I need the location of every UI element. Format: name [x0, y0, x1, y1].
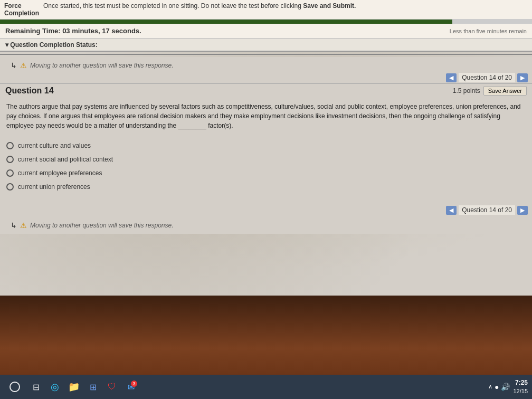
answer-option-3: current employee preferences: [6, 169, 526, 177]
tray-clock: 7:25 12/15: [513, 379, 528, 395]
tray-caret-icon: ∧: [488, 383, 492, 390]
question-nav-text: Question 14 of 20: [459, 73, 515, 82]
force-label: Force Completion: [4, 2, 39, 17]
points-label: 1.5 points: [453, 87, 480, 94]
answer-option-4: current union preferences: [6, 183, 526, 191]
quiz-container: Force Completion Once started, this test…: [0, 0, 532, 296]
file-explorer-btn[interactable]: 📁: [65, 378, 82, 395]
points-area: 1.5 points Save Answer: [453, 86, 527, 96]
section-divider: [0, 54, 532, 55]
radio-option-3[interactable]: [6, 169, 14, 177]
option-text-2: current social and political context: [18, 156, 113, 163]
five-min-warning: Less than five minutes remain: [450, 28, 527, 34]
start-button[interactable]: [4, 376, 25, 397]
next-question-btn[interactable]: ▶: [517, 73, 528, 82]
bottom-warning-text: Moving to another question will save thi…: [30, 222, 173, 229]
antivirus-btn[interactable]: 🛡: [103, 378, 120, 395]
tray-date-display: 12/15: [513, 387, 528, 395]
warning-text: Moving to another question will save thi…: [30, 62, 173, 69]
completion-status-label: ▾ Question Completion Status:: [5, 41, 98, 49]
taskbar: ⊟ ◎ 📁 ⊞ 🛡 ✉ 3 ∧ ● 🔊 7:25 12/15: [0, 375, 532, 399]
radio-option-2[interactable]: [6, 156, 14, 163]
bottom-prev-btn[interactable]: ◀: [446, 206, 457, 215]
force-text: Once started, this test must be complete…: [43, 2, 356, 10]
option-text-3: current employee preferences: [18, 169, 102, 177]
task-view-btn[interactable]: ⊟: [27, 378, 44, 395]
answer-option-2: current social and political context: [6, 156, 526, 163]
system-tray: ∧ ● 🔊 7:25 12/15: [488, 379, 528, 395]
mail-badge: 3: [131, 381, 137, 387]
option-text-4: current union preferences: [18, 183, 90, 191]
bottom-question-nav: ◀ Question 14 of 20 ▶: [446, 205, 528, 215]
prev-question-btn[interactable]: ◀: [446, 73, 457, 82]
question-body: The authors argue that pay systems are i…: [0, 98, 532, 142]
apps-btn[interactable]: ⊞: [84, 378, 101, 395]
tray-speaker-icon: 🔊: [501, 383, 510, 391]
timer-bar: Remaining Time: 03 minutes, 17 seconds. …: [0, 24, 532, 39]
answer-option-1: current culture and values: [6, 142, 526, 149]
tray-time-display: 7:25: [513, 379, 528, 387]
bottom-arrow-icon: ↳: [11, 221, 17, 230]
remaining-time: Remaining Time: 03 minutes, 17 seconds.: [5, 27, 141, 35]
tray-network-icon: ●: [495, 383, 499, 391]
mail-btn[interactable]: ✉ 3: [122, 378, 139, 395]
bottom-warning-icon: ⚠: [20, 221, 27, 230]
radio-option-1[interactable]: [6, 142, 14, 149]
question-header: Question 14 1.5 points Save Answer: [0, 83, 532, 98]
question-text: The authors argue that pay systems are i…: [6, 102, 526, 130]
tray-icons: ∧ ● 🔊: [488, 383, 510, 391]
question-nav-top: ◀ Question 14 of 20 ▶: [0, 72, 532, 83]
radio-option-4[interactable]: [6, 183, 14, 191]
force-completion-bar: Force Completion Once started, this test…: [0, 0, 532, 20]
save-answer-btn[interactable]: Save Answer: [483, 86, 527, 96]
bottom-nav-text: Question 14 of 20: [459, 205, 515, 215]
warning-triangle-icon: ⚠: [20, 61, 27, 70]
top-moving-warning: ↳ ⚠ Moving to another question will save…: [0, 57, 532, 72]
bottom-moving-warning: ↳ ⚠ Moving to another question will save…: [0, 219, 532, 234]
arrow-icon: ↳: [11, 61, 17, 70]
edge-browser-btn[interactable]: ◎: [46, 378, 63, 395]
answer-options: current culture and values current socia…: [0, 142, 532, 191]
progress-bar: [0, 20, 532, 24]
desk-area: [0, 296, 532, 375]
progress-bar-fill: [0, 20, 452, 24]
bottom-next-btn[interactable]: ▶: [517, 206, 528, 215]
windows-logo: [10, 382, 20, 392]
bottom-nav: ◀ Question 14 of 20 ▶: [0, 201, 532, 219]
content-area: ↳ ⚠ Moving to another question will save…: [0, 57, 532, 234]
option-text-1: current culture and values: [18, 142, 91, 149]
completion-status-bar: ▾ Question Completion Status:: [0, 39, 532, 52]
question-title: Question 14: [5, 86, 54, 96]
